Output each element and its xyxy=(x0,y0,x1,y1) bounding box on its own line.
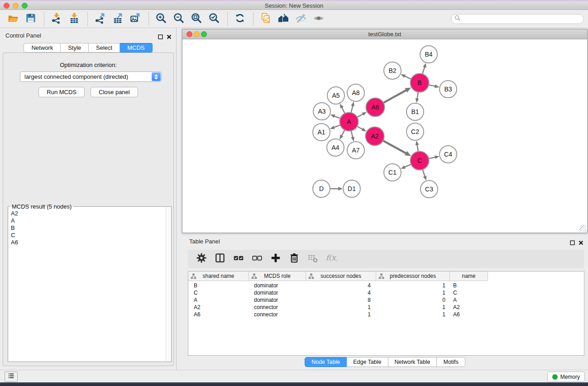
graph-node-D1[interactable]: D1 xyxy=(343,180,360,197)
graph-node-B2[interactable]: B2 xyxy=(384,62,401,79)
eye-button[interactable] xyxy=(312,12,325,26)
graph-node-A8[interactable]: A8 xyxy=(347,84,364,101)
memory-button[interactable]: Memory xyxy=(547,372,585,382)
graph-node-B4[interactable]: B4 xyxy=(420,46,437,63)
mcds-result-item[interactable]: A xyxy=(11,217,164,224)
export-table-button[interactable] xyxy=(111,12,124,26)
tab-node-table[interactable]: Node Table xyxy=(305,357,347,367)
import-network-button[interactable] xyxy=(50,12,63,26)
graph-edge[interactable] xyxy=(341,130,344,136)
graph-node-A6[interactable]: A6 xyxy=(366,98,385,117)
close-panel-icon[interactable] xyxy=(167,33,172,41)
tab-select[interactable]: Select xyxy=(89,43,120,52)
float-panel-icon[interactable] xyxy=(158,33,163,41)
table-cell[interactable]: C xyxy=(188,289,249,296)
task-history-button[interactable] xyxy=(5,372,18,382)
graph-node-C4[interactable]: C4 xyxy=(440,146,457,163)
open-folder-button[interactable] xyxy=(6,12,20,26)
select-all-button[interactable] xyxy=(233,253,244,264)
table-cell[interactable]: 4 xyxy=(306,282,376,289)
graph-edge[interactable] xyxy=(383,90,407,103)
graph-edge[interactable] xyxy=(422,169,425,177)
search-input[interactable] xyxy=(463,16,583,22)
optimization-criterion-select[interactable]: largest connected component (directed) xyxy=(20,71,162,82)
column-header-MCDS-role[interactable]: MCDS role xyxy=(249,272,306,281)
table-cell[interactable]: 1 xyxy=(306,304,376,311)
table-cell[interactable]: 1 xyxy=(376,282,450,289)
table-cell[interactable]: connector xyxy=(249,304,306,311)
table-cell[interactable]: dominator xyxy=(249,282,306,289)
gear-button[interactable] xyxy=(196,253,207,264)
mcds-result-item[interactable]: A2 xyxy=(11,210,164,217)
graph-edge[interactable] xyxy=(404,164,411,167)
delete-row-button[interactable] xyxy=(289,253,300,264)
graph-node-A7[interactable]: A7 xyxy=(347,142,364,159)
column-header-shared-name[interactable]: shared name xyxy=(188,272,249,281)
table-cell[interactable]: C xyxy=(450,289,488,296)
table-row[interactable]: A2connector11A2 xyxy=(188,304,584,311)
float-panel-icon[interactable] xyxy=(570,239,575,247)
graph-node-A1[interactable]: A1 xyxy=(313,124,330,141)
graph-node-B3[interactable]: B3 xyxy=(440,81,457,98)
graph-edge[interactable] xyxy=(351,105,353,113)
graph-node-C3[interactable]: C3 xyxy=(421,181,438,198)
graph-edge[interactable] xyxy=(333,125,340,128)
tab-mcds[interactable]: MCDS xyxy=(120,43,152,52)
close-panel-button[interactable]: Close panel xyxy=(91,87,138,97)
houses-button[interactable] xyxy=(277,12,290,26)
table-row[interactable]: Bdominator41B xyxy=(188,282,584,289)
zoom-fit-button[interactable] xyxy=(190,12,203,26)
table-cell[interactable]: dominator xyxy=(249,289,306,296)
table-cell[interactable]: B xyxy=(450,282,488,289)
deselect-all-button[interactable] xyxy=(252,253,263,264)
zoom-out-button[interactable] xyxy=(172,12,186,26)
table-cell[interactable]: A2 xyxy=(450,304,488,311)
import-table-button[interactable] xyxy=(67,12,81,26)
save-button[interactable] xyxy=(24,12,38,26)
graph-edge[interactable] xyxy=(357,114,363,117)
table-row[interactable]: Cdominator41C xyxy=(188,289,584,296)
graph-edge[interactable] xyxy=(429,157,436,158)
search-box[interactable] xyxy=(451,14,584,24)
graph-edge[interactable] xyxy=(342,107,345,114)
tab-style[interactable]: Style xyxy=(61,43,89,52)
documents-share-button[interactable] xyxy=(259,12,272,26)
graph-edge[interactable] xyxy=(417,144,418,152)
column-header-predecessor-nodes[interactable]: predecessor nodes xyxy=(376,272,450,281)
tab-network-table[interactable]: Network Table xyxy=(388,357,437,367)
tab-edge-table[interactable]: Edge Table xyxy=(347,357,388,367)
resize-grip[interactable] xyxy=(579,225,586,232)
graph-node-A[interactable]: A xyxy=(340,113,359,131)
graph-edge[interactable] xyxy=(334,116,340,119)
table-cell[interactable]: 4 xyxy=(306,289,376,296)
tab-network[interactable]: Network xyxy=(24,43,61,52)
table-cell[interactable]: A xyxy=(188,296,249,304)
table-cell[interactable]: 1 xyxy=(306,311,376,318)
graph-node-C1[interactable]: C1 xyxy=(384,164,401,181)
column-header-successor-nodes[interactable]: successor nodes xyxy=(306,272,376,281)
graph-edge[interactable] xyxy=(417,92,418,99)
table-cell[interactable]: 1 xyxy=(376,311,450,318)
graph-edge[interactable] xyxy=(383,141,406,154)
close-panel-icon[interactable] xyxy=(578,239,583,247)
table-cell[interactable]: 1 xyxy=(376,304,450,311)
graph-node-A5[interactable]: A5 xyxy=(327,87,344,104)
table-cell[interactable]: B xyxy=(188,282,249,289)
mcds-result-item[interactable]: C xyxy=(11,232,164,239)
graph-node-D[interactable]: D xyxy=(313,180,330,197)
mcds-result-item[interactable]: A6 xyxy=(11,239,164,246)
table-cell[interactable]: connector xyxy=(249,311,306,318)
graph-node-B[interactable]: B xyxy=(411,74,429,92)
network-window-titlebar[interactable]: testGlobe.txt xyxy=(182,29,587,39)
table-row[interactable]: Adominator80A xyxy=(188,296,584,304)
zoom-in-button[interactable] xyxy=(154,12,168,26)
table-cell[interactable]: 1 xyxy=(376,289,450,296)
graph-node-B1[interactable]: B1 xyxy=(406,103,424,120)
network-canvas[interactable]: B4B2BB3B1A5A8A6A3AA1A2C2A4A7C4CC1C3DD1 xyxy=(182,39,587,233)
graph-node-A3[interactable]: A3 xyxy=(313,103,330,120)
app-titlebar[interactable]: Session: New Session xyxy=(0,1,588,10)
graph-edge[interactable] xyxy=(351,131,353,138)
zoom-selected-button[interactable] xyxy=(207,12,221,26)
graph-edge[interactable] xyxy=(357,126,363,130)
table-cell[interactable]: A xyxy=(450,296,488,304)
